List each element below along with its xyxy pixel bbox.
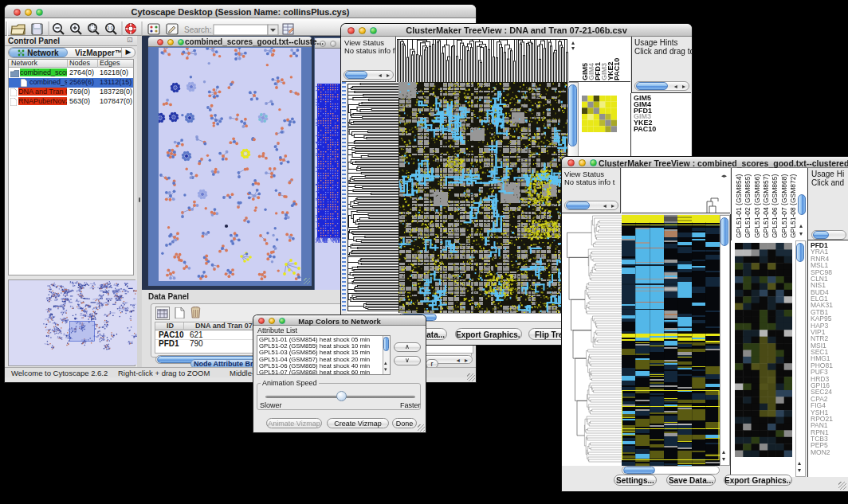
svg-text:1:1: 1:1 [107,25,113,30]
svg-text:Search:: Search: [184,25,211,34]
